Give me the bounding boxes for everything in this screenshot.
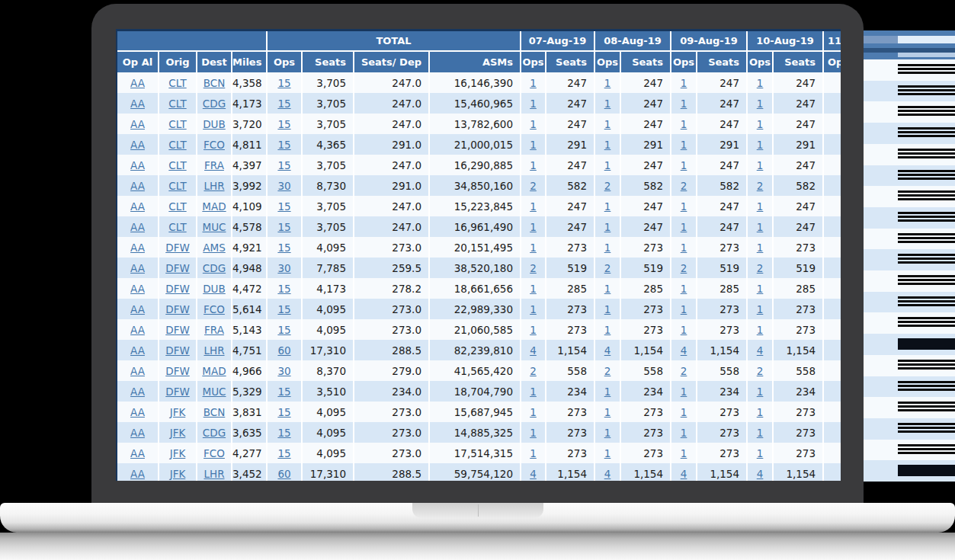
dest-link[interactable]: LHR: [203, 344, 224, 357]
day-ops-link[interactable]: 4: [604, 344, 611, 357]
day-ops-link[interactable]: 2: [530, 262, 537, 274]
day-ops-link[interactable]: 1: [604, 447, 611, 459]
day-ops-link[interactable]: 2: [604, 262, 611, 274]
orig-link[interactable]: CLT: [168, 118, 186, 130]
day-ops-link[interactable]: 2: [757, 180, 764, 192]
day-ops-link[interactable]: 1: [681, 159, 687, 171]
day-ops-link[interactable]: 1: [530, 159, 537, 171]
day-ops-link[interactable]: 4: [530, 468, 537, 480]
day-ops-link[interactable]: 4: [757, 468, 764, 480]
dest-link[interactable]: MAD: [202, 200, 226, 213]
dest-link[interactable]: AMS: [203, 242, 225, 254]
day-ops-link[interactable]: 1: [757, 139, 764, 151]
total-ops-link[interactable]: 15: [277, 242, 290, 254]
orig-link[interactable]: JFK: [170, 427, 186, 439]
orig-link[interactable]: CLT: [168, 221, 186, 233]
day-ops-link[interactable]: 1: [530, 200, 537, 213]
day-ops-link[interactable]: 4: [681, 468, 687, 480]
day-ops-link[interactable]: 1: [604, 242, 611, 254]
orig-link[interactable]: DFW: [165, 386, 190, 398]
op-al-link[interactable]: AA: [130, 77, 145, 89]
orig-link[interactable]: DFW: [165, 242, 190, 254]
day-ops-link[interactable]: 1: [604, 324, 611, 336]
op-al-link[interactable]: AA: [130, 365, 145, 377]
dest-link[interactable]: MUC: [203, 221, 226, 233]
day-ops-link[interactable]: 2: [757, 365, 764, 377]
day-ops-link[interactable]: 1: [681, 427, 687, 439]
day-ops-link[interactable]: 2: [757, 262, 764, 274]
total-ops-link[interactable]: 15: [277, 303, 290, 315]
day-ops-link[interactable]: 1: [530, 221, 537, 233]
dest-link[interactable]: BCN: [203, 406, 226, 418]
orig-link[interactable]: JFK: [170, 447, 186, 459]
day-ops-link[interactable]: 1: [681, 242, 687, 254]
total-ops-link[interactable]: 15: [277, 118, 290, 130]
op-al-link[interactable]: AA: [130, 200, 145, 213]
dest-link[interactable]: FRA: [204, 159, 224, 171]
day-ops-link[interactable]: 1: [757, 283, 764, 295]
orig-link[interactable]: CLT: [168, 139, 186, 151]
total-ops-link[interactable]: 15: [277, 324, 290, 336]
day-ops-link[interactable]: 1: [757, 324, 764, 336]
dest-link[interactable]: CDG: [203, 98, 226, 110]
day-ops-link[interactable]: 1: [757, 77, 764, 89]
day-ops-link[interactable]: 1: [530, 303, 537, 315]
day-ops-link[interactable]: 4: [530, 344, 537, 357]
op-al-link[interactable]: AA: [130, 468, 145, 480]
op-al-link[interactable]: AA: [130, 303, 145, 315]
dest-link[interactable]: LHR: [203, 468, 224, 480]
day-ops-link[interactable]: 2: [604, 365, 611, 377]
op-al-link[interactable]: AA: [130, 406, 145, 418]
day-ops-link[interactable]: 1: [681, 200, 687, 213]
orig-link[interactable]: CLT: [168, 180, 186, 192]
day-ops-link[interactable]: 1: [757, 386, 764, 398]
op-al-link[interactable]: AA: [130, 447, 145, 459]
total-ops-link[interactable]: 15: [277, 427, 290, 439]
day-ops-link[interactable]: 1: [530, 98, 537, 110]
day-ops-link[interactable]: 1: [757, 118, 764, 130]
orig-link[interactable]: DFW: [165, 283, 190, 295]
day-ops-link[interactable]: 1: [530, 77, 537, 89]
op-al-link[interactable]: AA: [130, 159, 145, 171]
day-ops-link[interactable]: 1: [604, 303, 611, 315]
total-ops-link[interactable]: 15: [277, 283, 290, 295]
day-ops-link[interactable]: 4: [604, 468, 611, 480]
day-ops-link[interactable]: 1: [604, 200, 611, 213]
dest-link[interactable]: CDG: [203, 427, 226, 439]
total-ops-link[interactable]: 15: [277, 386, 290, 398]
day-ops-link[interactable]: 1: [681, 139, 687, 151]
orig-link[interactable]: DFW: [165, 262, 190, 274]
day-ops-link[interactable]: 1: [604, 283, 611, 295]
op-al-link[interactable]: AA: [130, 221, 145, 233]
total-ops-link[interactable]: 15: [277, 406, 290, 418]
op-al-link[interactable]: AA: [130, 427, 145, 439]
total-ops-link[interactable]: 15: [277, 200, 290, 213]
total-ops-link[interactable]: 15: [277, 159, 290, 171]
op-al-link[interactable]: AA: [130, 344, 145, 357]
day-ops-link[interactable]: 1: [530, 386, 537, 398]
day-ops-link[interactable]: 1: [681, 77, 687, 89]
total-ops-link[interactable]: 60: [277, 468, 290, 480]
day-ops-link[interactable]: 1: [530, 447, 537, 459]
orig-link[interactable]: CLT: [168, 98, 186, 110]
day-ops-link[interactable]: 1: [757, 447, 764, 459]
op-al-link[interactable]: AA: [130, 386, 145, 398]
day-ops-link[interactable]: 1: [757, 406, 764, 418]
op-al-link[interactable]: AA: [130, 324, 145, 336]
day-ops-link[interactable]: 1: [681, 118, 687, 130]
op-al-link[interactable]: AA: [130, 98, 145, 110]
dest-link[interactable]: CDG: [203, 262, 226, 274]
day-ops-link[interactable]: 1: [604, 406, 611, 418]
orig-link[interactable]: DFW: [165, 324, 190, 336]
total-ops-link[interactable]: 15: [277, 77, 290, 89]
day-ops-link[interactable]: 1: [681, 221, 687, 233]
day-ops-link[interactable]: 1: [530, 406, 537, 418]
total-ops-link[interactable]: 30: [277, 365, 290, 377]
day-ops-link[interactable]: 1: [681, 303, 687, 315]
day-ops-link[interactable]: 1: [530, 242, 537, 254]
dest-link[interactable]: MUC: [203, 386, 226, 398]
dest-link[interactable]: BCN: [203, 77, 226, 89]
dest-link[interactable]: DUB: [203, 283, 226, 295]
day-ops-link[interactable]: 1: [681, 98, 687, 110]
orig-link[interactable]: DFW: [165, 303, 190, 315]
